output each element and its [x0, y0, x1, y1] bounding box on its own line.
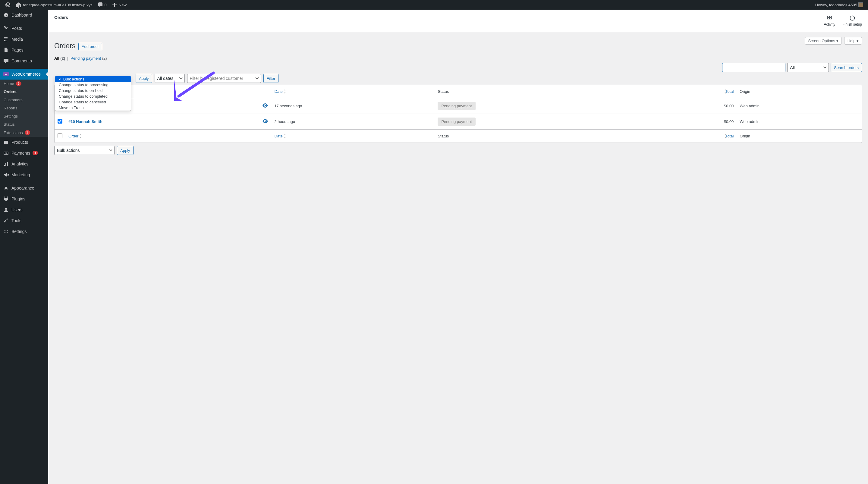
sidebar-item-plugins[interactable]: Plugins — [0, 193, 48, 204]
comments-link[interactable]: 0 — [95, 0, 109, 10]
screen-options-tab[interactable]: Screen Options ▾ — [805, 37, 841, 44]
sort-icon — [721, 134, 724, 138]
sidebar-item-label: Comments — [11, 58, 32, 63]
sidebar-item-settings[interactable]: Settings — [0, 226, 48, 237]
col-date[interactable]: Date — [271, 129, 435, 143]
dropdown-option-cancelled[interactable]: Change status to cancelled — [55, 99, 131, 105]
svg-rect-4 — [830, 16, 832, 17]
svg-text:$: $ — [5, 152, 7, 155]
new-label: New — [119, 3, 127, 7]
sidebar-item-pages[interactable]: Pages — [0, 44, 48, 56]
sidebar-item-products[interactable]: Products — [0, 137, 48, 148]
woocommerce-icon: W — [3, 71, 9, 77]
filter-button[interactable]: Filter — [264, 74, 279, 83]
sidebar-item-analytics[interactable]: Analytics — [0, 158, 48, 170]
sidebar-item-users[interactable]: Users — [0, 204, 48, 215]
submenu-orders[interactable]: Orders — [0, 88, 48, 96]
add-order-button[interactable]: Add order — [79, 43, 102, 50]
sort-icon — [284, 134, 287, 138]
bulk-actions-bottom[interactable]: Bulk actions — [54, 146, 115, 155]
row-checkbox[interactable] — [58, 119, 62, 124]
finish-setup-button[interactable]: Finish setup — [842, 15, 862, 27]
site-link[interactable]: renegade-opossum-a0e108.instawp.xyz — [13, 0, 95, 10]
sidebar-item-comments[interactable]: Comments — [0, 56, 48, 66]
avatar — [858, 2, 863, 7]
plugins-icon — [3, 196, 9, 202]
svg-rect-6 — [830, 18, 832, 19]
date-filter[interactable]: All dates — [155, 74, 185, 83]
dropdown-option-onhold[interactable]: Change status to on-hold — [55, 88, 131, 93]
sidebar-item-label: Tools — [11, 218, 22, 223]
page-header: Orders Activity Finish setup — [48, 10, 868, 32]
table-row[interactable]: #10 Hannah Smith 2 hours ago Pending pay… — [55, 114, 862, 129]
new-content-link[interactable]: New — [109, 0, 129, 10]
col-total[interactable]: Total — [647, 85, 737, 98]
media-icon — [3, 36, 9, 42]
sidebar-item-payments[interactable]: $ Payments 1 — [0, 148, 48, 158]
extensions-badge: 1 — [25, 130, 30, 135]
dropdown-option-processing[interactable]: Change status to processing — [55, 82, 131, 88]
submenu-reports[interactable]: Reports — [0, 104, 48, 112]
col-date[interactable]: Date — [271, 85, 435, 98]
select-all-bottom[interactable] — [58, 133, 62, 138]
customer-filter[interactable]: Filter by registered customer — [187, 74, 261, 83]
preview-icon[interactable] — [262, 104, 268, 109]
submenu-customers[interactable]: Customers — [0, 96, 48, 104]
submenu-settings[interactable]: Settings — [0, 112, 48, 120]
settings-icon — [3, 229, 9, 235]
order-link[interactable]: #10 Hannah Smith — [68, 119, 102, 124]
sidebar-item-appearance[interactable]: Appearance — [0, 183, 48, 193]
svg-point-7 — [850, 16, 855, 21]
apply-button-bottom[interactable]: Apply — [117, 146, 133, 155]
col-order[interactable]: Order — [65, 129, 259, 143]
apply-button-top[interactable]: Apply — [135, 74, 152, 83]
row-origin: Web admin — [737, 98, 862, 114]
activity-button[interactable]: Activity — [824, 15, 835, 27]
sidebar-item-label: Marketing — [11, 172, 30, 177]
svg-point-2 — [5, 208, 7, 210]
sidebar-item-posts[interactable]: Posts — [0, 23, 48, 34]
category-filter[interactable]: All — [787, 63, 829, 72]
sidebar-item-label: Pages — [11, 48, 24, 53]
orders-heading: Orders — [54, 32, 75, 54]
status-badge: Pending payment — [438, 118, 475, 126]
sidebar-item-label: Plugins — [11, 196, 25, 201]
user-greeting[interactable]: Howdy, tododadoju4505 — [813, 0, 866, 10]
bulk-actions-dropdown: ✓ Bulk actions Change status to processi… — [55, 76, 131, 111]
sidebar-item-dashboard[interactable]: Dashboard — [0, 10, 48, 21]
sidebar-item-marketing[interactable]: Marketing — [0, 170, 48, 180]
filter-pending[interactable]: Pending payment (2) — [70, 56, 107, 61]
submenu-status[interactable]: Status — [0, 120, 48, 128]
preview-icon[interactable] — [262, 120, 268, 124]
sidebar-item-media[interactable]: Media — [0, 34, 48, 44]
dropdown-option-bulk[interactable]: ✓ Bulk actions — [55, 76, 131, 82]
svg-rect-5 — [828, 18, 830, 19]
comments-icon — [3, 58, 9, 64]
tools-icon — [3, 218, 9, 223]
help-tab[interactable]: Help ▾ — [844, 37, 862, 44]
table-row[interactable]: 17 seconds ago Pending payment $0.00 Web… — [55, 98, 862, 114]
wp-logo[interactable] — [2, 0, 13, 10]
col-origin: Origin — [737, 85, 862, 98]
status-badge: Pending payment — [438, 102, 475, 110]
submenu-home[interactable]: Home 6 — [0, 80, 48, 88]
search-orders-button[interactable]: Search orders — [831, 63, 862, 72]
site-name-label: renegade-opossum-a0e108.instawp.xyz — [23, 3, 93, 7]
payments-badge: 1 — [33, 151, 38, 155]
woocommerce-submenu: Home 6 Orders Customers Reports Settings… — [0, 80, 48, 137]
submenu-label: Home — [4, 81, 14, 86]
dropdown-option-completed[interactable]: Change status to completed — [55, 93, 131, 99]
submenu-label: Reports — [4, 106, 18, 110]
main-content: Orders Activity Finish setup Screen Opti… — [48, 10, 868, 484]
submenu-label: Status — [4, 122, 15, 127]
greeting-text: Howdy, tododadoju4505 — [815, 3, 857, 7]
filter-all[interactable]: All (2) — [54, 56, 65, 61]
sidebar-item-label: Users — [11, 207, 23, 212]
dropdown-option-trash[interactable]: Move to Trash — [55, 105, 131, 111]
sort-icon — [284, 90, 287, 93]
sidebar-item-tools[interactable]: Tools — [0, 215, 48, 226]
submenu-extensions[interactable]: Extensions 1 — [0, 128, 48, 137]
search-input[interactable] — [722, 63, 785, 72]
sidebar-item-woocommerce[interactable]: W WooCommerce — [0, 69, 48, 80]
col-total[interactable]: Total — [647, 129, 737, 143]
